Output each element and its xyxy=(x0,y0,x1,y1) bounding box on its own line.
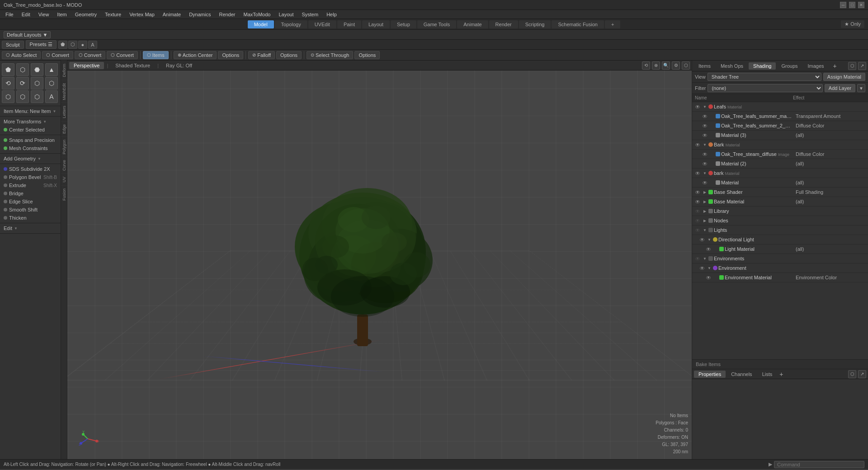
maximize-button[interactable]: □ xyxy=(849,2,855,8)
menu-edit[interactable]: Edit xyxy=(18,11,34,18)
tree-row-environment-material[interactable]: ▶ Environment Material Environment Color xyxy=(692,273,868,282)
vis-oak-mask[interactable] xyxy=(701,113,708,120)
vp-ctrl-zoom-in[interactable]: 🔍 xyxy=(662,61,670,70)
tree-row-material-2[interactable]: ▶ Material (2) (all) xyxy=(692,159,868,169)
layout-selector[interactable]: Default Layouts ▼ xyxy=(4,31,51,38)
add-layer-button[interactable]: Add Layer xyxy=(825,84,855,92)
shader-tree-select[interactable]: Shader Tree xyxy=(708,73,821,81)
sculpt-icon-1[interactable]: ⬟ xyxy=(58,41,67,49)
tree-row-material-3[interactable]: ▶ Material (all) xyxy=(692,178,868,188)
mode-tab-scripting[interactable]: Scripting xyxy=(519,20,551,28)
sds-subdivide-button[interactable]: SDS Subdivide 2X xyxy=(0,165,61,173)
vert-label-curve[interactable]: Curve xyxy=(61,157,67,174)
vert-label-fusion[interactable]: Fusion xyxy=(61,185,67,203)
mode-tab-setup[interactable]: Setup xyxy=(391,20,416,28)
sculpt-icon-2[interactable]: ⬡ xyxy=(68,41,77,49)
extrude-button[interactable]: Extrude Shift-X xyxy=(0,181,61,189)
tab-groups[interactable]: Groups xyxy=(777,62,802,70)
bridge-button[interactable]: Bridge xyxy=(0,189,61,197)
prop-tab-channels[interactable]: Channels xyxy=(726,371,756,378)
action-center-button[interactable]: ⊕ Action Center xyxy=(174,51,217,59)
edit-button[interactable]: Edit ▼ xyxy=(0,224,61,232)
viewport-tab-raygl[interactable]: Ray GL: Off xyxy=(161,62,197,69)
vis-material-1[interactable] xyxy=(701,132,708,139)
vis-material-2[interactable] xyxy=(701,160,708,167)
tool-icon-text[interactable]: A xyxy=(45,90,58,103)
mode-tab-model[interactable]: Model xyxy=(248,20,274,28)
tree-row-environments[interactable]: ▼ Environments xyxy=(692,254,868,263)
tab-images[interactable]: Images xyxy=(803,62,829,70)
menu-system[interactable]: System xyxy=(298,11,322,18)
tree-row-bark[interactable]: ▼ Bark Material xyxy=(692,140,868,150)
filter-select[interactable]: (none) xyxy=(708,84,822,92)
convert-button-3[interactable]: ⬡ Convert xyxy=(107,51,138,59)
tool-icon-select[interactable]: ⬡ xyxy=(31,77,43,89)
right-expand-btn[interactable]: ⬡ xyxy=(848,62,856,70)
mode-tab-topology[interactable]: Topology xyxy=(275,20,307,28)
tree-row-nodes[interactable]: ▶ Nodes xyxy=(692,216,868,226)
mode-tab-gametools[interactable]: Game Tools xyxy=(417,20,457,28)
tool-icon-undo[interactable]: ⟲ xyxy=(2,77,14,89)
viewport-tab-perspective[interactable]: Perspective xyxy=(69,62,104,69)
tool-icon-scale[interactable]: ⬣ xyxy=(31,63,43,76)
auto-select-button[interactable]: ⬡ Auto Select xyxy=(2,51,41,59)
vert-label-edge[interactable]: Edge xyxy=(61,121,67,136)
prop-tab-properties[interactable]: Properties xyxy=(694,371,726,378)
mode-tab-animate[interactable]: Animate xyxy=(457,20,488,28)
vis-oak-diffuse[interactable] xyxy=(701,122,708,129)
bake-items[interactable]: Bake Items xyxy=(692,359,868,369)
falloff-button[interactable]: ⊘ Falloff xyxy=(248,51,275,59)
menu-animate[interactable]: Animate xyxy=(159,11,184,18)
options-button-3[interactable]: Options xyxy=(354,51,380,59)
item-menu-button[interactable]: Item Menu: New Item ▼ xyxy=(0,107,61,115)
vert-label-letters[interactable]: Letters xyxy=(61,103,67,121)
vis-bark-lower[interactable] xyxy=(694,169,701,177)
polygon-bevel-button[interactable]: Polygon Bevel Shift-B xyxy=(0,173,61,181)
items-button[interactable]: ⬡ Items xyxy=(143,51,169,59)
snaps-precision-button[interactable]: Snaps and Precision xyxy=(0,136,61,144)
vis-leafs[interactable] xyxy=(694,103,701,110)
tool-icon-misc[interactable]: ⬡ xyxy=(45,77,58,89)
tree-row-base-material[interactable]: ▶ Base Material (all) xyxy=(692,197,868,207)
menu-dynamics[interactable]: Dynamics xyxy=(185,11,214,18)
menu-help[interactable]: Help xyxy=(323,11,340,18)
vis-dir-light[interactable] xyxy=(698,236,706,243)
tree-row-oak-diffuse[interactable]: ▶ Oak_Tree_leafs_summer_2_diffuse Image … xyxy=(692,121,868,131)
vert-label-uv[interactable]: UV xyxy=(61,174,67,185)
vis-environment-material[interactable] xyxy=(705,274,712,281)
assign-material-button[interactable]: Assign Material xyxy=(823,73,865,81)
smooth-shift-button[interactable]: Smooth Shift xyxy=(0,206,61,214)
vp-ctrl-expand[interactable]: ⬡ xyxy=(682,61,690,70)
vis-light-material[interactable] xyxy=(705,245,712,253)
sculpt-button[interactable]: Sculpt xyxy=(2,41,24,49)
mode-tab-schematic[interactable]: Schematic Fusion xyxy=(552,20,604,28)
tab-add-button[interactable]: + xyxy=(831,62,839,70)
mode-tab-render[interactable]: Render xyxy=(489,20,518,28)
tree-row-oak-mask[interactable]: ▶ Oak_Tree_leafs_summer_mask Image (2) T… xyxy=(692,112,868,121)
vis-bark[interactable] xyxy=(694,141,701,148)
menu-file[interactable]: File xyxy=(2,11,17,18)
minimize-button[interactable]: ─ xyxy=(840,2,846,8)
tree-row-base-shader[interactable]: ▶ Base Shader Full Shading xyxy=(692,188,868,197)
menu-render[interactable]: Render xyxy=(215,11,239,18)
vert-label-polygon[interactable]: Polygon xyxy=(61,136,67,157)
tool-icon-snap[interactable]: ⬡ xyxy=(2,90,14,103)
sculpt-icon-4[interactable]: A xyxy=(88,41,97,49)
tool-icon-paint[interactable]: ⬡ xyxy=(31,90,43,103)
tool-icon-move[interactable]: ⬟ xyxy=(2,63,14,76)
vp-ctrl-settings[interactable]: ⚙ xyxy=(672,61,680,70)
prop-tab-lists[interactable]: Lists xyxy=(758,371,777,378)
command-input[interactable] xyxy=(774,461,864,468)
tab-items[interactable]: Items xyxy=(694,62,715,70)
vp-ctrl-camera[interactable]: ⊕ xyxy=(652,61,660,70)
right-popout-btn[interactable]: ↗ xyxy=(858,62,866,70)
vis-base-material[interactable] xyxy=(694,198,701,205)
mode-tab-paint[interactable]: Paint xyxy=(337,20,361,28)
mode-tab-layout[interactable]: Layout xyxy=(362,20,390,28)
mesh-constraints-button[interactable]: Mesh Constraints xyxy=(0,144,61,152)
tree-row-library[interactable]: ▶ Library xyxy=(692,207,868,216)
tree-row-leafs[interactable]: ▼ Leafs Material xyxy=(692,102,868,112)
tree-row-material-1[interactable]: ▶ Material (3) (all) xyxy=(692,131,868,140)
prop-expand-btn[interactable]: ⬡ xyxy=(848,370,856,378)
convert-button-1[interactable]: ⬡ Convert xyxy=(42,51,73,59)
